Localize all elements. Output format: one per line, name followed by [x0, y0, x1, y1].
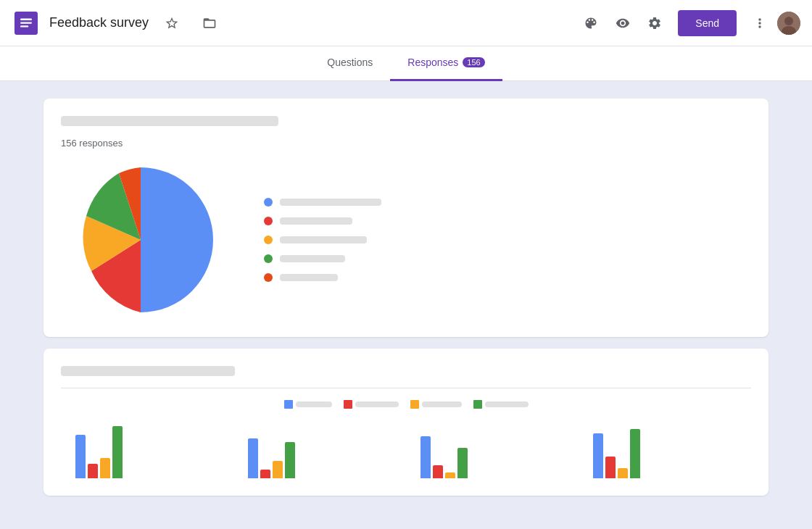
bar-3-red: [433, 465, 443, 478]
bar-1-yellow: [100, 458, 110, 478]
send-button[interactable]: Send: [678, 10, 737, 36]
preview-button[interactable]: [608, 9, 637, 38]
app-header: Feedback survey Send: [0, 0, 812, 46]
bar-3-yellow: [445, 472, 455, 478]
header-right: Send: [576, 9, 800, 38]
bar-legend-blue: [284, 400, 332, 409]
tab-responses[interactable]: Responses 156: [390, 46, 502, 81]
bar-swatch-red: [344, 400, 352, 409]
legend-item-yellow: [264, 236, 751, 244]
legend-dot-red: [264, 217, 273, 225]
legend-item-orange: [264, 273, 751, 282]
chart-legend: [264, 198, 751, 282]
bar-4-red: [605, 457, 616, 478]
bar-3-green: [457, 448, 468, 478]
bar-3-blue: [420, 436, 431, 478]
bar-4-green: [630, 429, 640, 478]
bar-legend-green: [473, 400, 529, 409]
header-left: Feedback survey: [12, 9, 576, 38]
legend-label-red: [280, 217, 352, 225]
bar-swatch-green: [473, 400, 482, 409]
card2-header: [61, 366, 751, 388]
bar-4-blue: [593, 433, 603, 478]
card1-header: [61, 116, 751, 126]
palette-button[interactable]: [576, 9, 605, 38]
legend-label-orange: [280, 274, 338, 281]
bar-2-yellow: [273, 461, 283, 478]
pie-chart-card: 156 responses: [44, 99, 768, 337]
svg-rect-3: [20, 25, 28, 27]
legend-dot-blue: [264, 198, 273, 207]
bar-group-1: [75, 420, 219, 478]
more-options-button[interactable]: [745, 9, 774, 38]
chart-area: [61, 160, 751, 320]
star-button[interactable]: [157, 9, 186, 38]
bar-legend: [61, 400, 751, 409]
bar-legend-red: [344, 400, 399, 409]
responses-count: 156 responses: [61, 138, 751, 149]
responses-badge: 156: [463, 57, 484, 67]
bar-chart-card: [44, 349, 768, 496]
bar-swatch-blue: [284, 400, 293, 409]
card2-title-skeleton: [61, 366, 235, 376]
folder-button[interactable]: [195, 9, 224, 38]
bar-4-yellow: [618, 468, 628, 478]
bar-legend-yellow: [410, 400, 462, 409]
bar-1-green: [112, 426, 123, 478]
avatar[interactable]: [777, 12, 800, 35]
legend-item-red: [264, 217, 751, 225]
pie-chart: [61, 160, 220, 320]
legend-label-green: [280, 255, 345, 262]
bar-1-red: [88, 464, 98, 478]
svg-rect-1: [20, 18, 32, 20]
bar-chart-area: [61, 420, 751, 478]
svg-rect-2: [20, 22, 32, 23]
bar-1-blue: [75, 435, 86, 478]
settings-button[interactable]: [640, 9, 669, 38]
legend-dot-orange: [264, 273, 273, 282]
page-title: Feedback survey: [49, 15, 149, 30]
bar-swatch-yellow: [410, 400, 419, 409]
bar-2-green: [285, 442, 295, 478]
main-content: 156 responses: [0, 81, 812, 529]
bar-group-4: [593, 420, 737, 478]
bar-group-2: [248, 420, 392, 478]
bar-2-red: [260, 470, 270, 478]
tab-questions[interactable]: Questions: [310, 46, 390, 81]
svg-point-5: [784, 17, 793, 25]
card1-title-skeleton: [61, 116, 278, 126]
legend-dot-yellow: [264, 236, 273, 244]
legend-dot-green: [264, 254, 273, 263]
legend-item-green: [264, 254, 751, 263]
legend-item-blue: [264, 198, 751, 207]
bar-2-blue: [248, 438, 258, 478]
legend-label-blue: [280, 199, 381, 206]
app-icon: [12, 9, 41, 38]
bar-group-3: [420, 420, 564, 478]
tab-bar: Questions Responses 156: [0, 46, 812, 81]
legend-label-yellow: [280, 236, 367, 243]
